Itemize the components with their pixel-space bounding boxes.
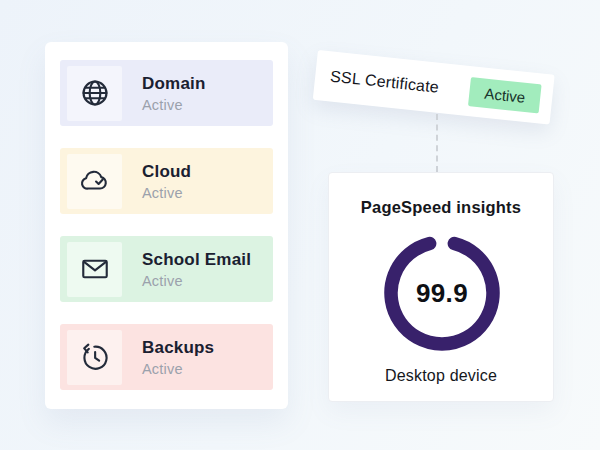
service-row-cloud: Cloud Active bbox=[60, 148, 273, 214]
history-icon bbox=[67, 330, 122, 385]
globe-icon bbox=[67, 66, 122, 121]
service-label: School Email bbox=[142, 249, 251, 270]
service-status: Active bbox=[142, 273, 251, 289]
service-label: Domain bbox=[142, 73, 206, 94]
dashed-connector-line bbox=[436, 114, 438, 172]
service-status: Active bbox=[142, 185, 191, 201]
pagespeed-gauge: 99.9 bbox=[377, 228, 507, 358]
service-status: Active bbox=[142, 97, 206, 113]
service-row-domain: Domain Active bbox=[60, 60, 273, 126]
ssl-certificate-card: SSL Certificate Active bbox=[313, 50, 555, 125]
service-label: Backups bbox=[142, 337, 214, 358]
cloud-check-icon bbox=[67, 154, 122, 209]
pagespeed-score: 99.9 bbox=[377, 228, 507, 358]
ssl-certificate-label: SSL Certificate bbox=[329, 67, 439, 96]
service-status: Active bbox=[142, 361, 214, 377]
pagespeed-title: PageSpeed insights bbox=[329, 198, 553, 217]
ssl-status-badge: Active bbox=[468, 77, 542, 113]
device-label: Desktop device bbox=[329, 367, 553, 385]
service-row-backups: Backups Active bbox=[60, 324, 273, 390]
envelope-icon bbox=[67, 242, 122, 297]
services-card: Domain Active Cloud Active School Email … bbox=[45, 42, 288, 409]
service-label: Cloud bbox=[142, 161, 191, 182]
pagespeed-card: PageSpeed insights 99.9 Desktop device bbox=[328, 172, 554, 402]
service-row-school-email: School Email Active bbox=[60, 236, 273, 302]
